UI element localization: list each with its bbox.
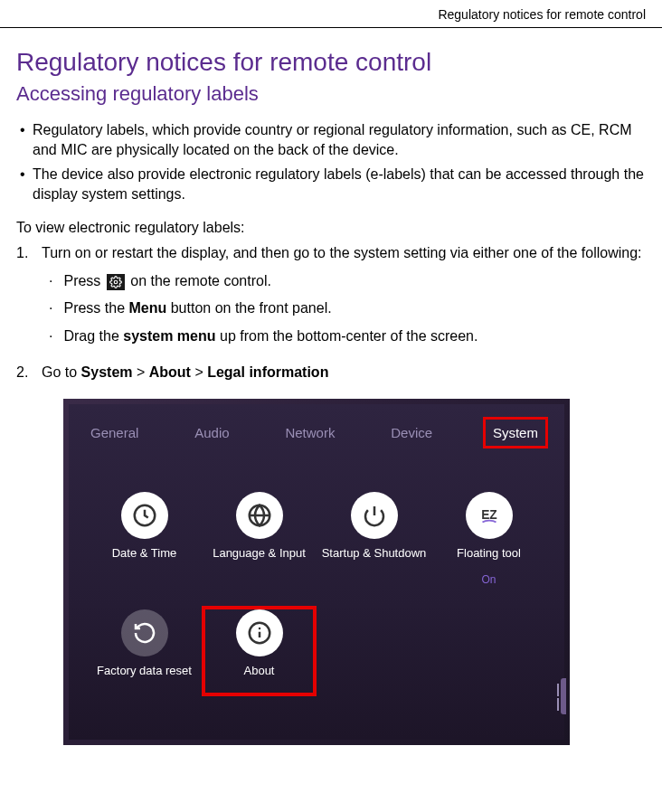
tile-label: Date & Time	[112, 546, 177, 571]
section-title: Accessing regulatory labels	[16, 82, 646, 106]
page-body: Regulatory notices for remote control Ac…	[0, 28, 662, 772]
bullet-item: • Regulatory labels, which provide count…	[20, 120, 646, 159]
running-header: Regulatory notices for remote control	[0, 0, 662, 27]
sub-marker: ·	[49, 326, 60, 346]
tile-sublabel: On	[481, 573, 496, 586]
ez-icon: EZ	[466, 492, 513, 539]
svg-point-0	[114, 280, 118, 284]
tile-factory-reset[interactable]: Factory data reset	[87, 606, 202, 696]
tab-system[interactable]: System	[483, 417, 548, 448]
tile-floating-tool[interactable]: EZ Floating tool On	[431, 488, 546, 593]
reset-icon	[121, 609, 168, 656]
settings-grid: Date & Time Language & Input Startup & S…	[69, 461, 564, 740]
side-handle-icon	[561, 678, 566, 714]
nav-sep: >	[133, 364, 149, 380]
svg-text:EZ: EZ	[481, 508, 497, 522]
tab-audio[interactable]: Audio	[189, 421, 234, 444]
step-1: 1. Turn on or restart the display, and t…	[16, 243, 646, 354]
substep-list: · Press on the remote control. · Press t…	[42, 271, 641, 346]
nav-path-part: About	[149, 364, 191, 380]
step-number: 2.	[16, 363, 42, 382]
sub-text-post: button on the front panel.	[166, 300, 331, 316]
tile-label: Language & Input	[213, 546, 306, 571]
step-body: Go to System > About > Legal information	[42, 363, 328, 382]
step-body: Turn on or restart the display, and then…	[42, 243, 641, 354]
step-2: 2. Go to System > About > Legal informat…	[16, 363, 646, 382]
tile-label: Floating tool	[457, 546, 521, 571]
device-screenshot: General Audio Network Device System Date…	[63, 399, 570, 745]
power-icon	[351, 492, 398, 539]
tile-label: Startup & Shutdown	[322, 546, 427, 571]
step-text: Turn on or restart the display, and then…	[42, 245, 641, 260]
nav-path-part: Legal information	[207, 364, 328, 380]
sub-text-pre: Drag the	[63, 328, 123, 344]
sub-text-pre: Press	[63, 273, 104, 288]
tile-language-input[interactable]: Language & Input	[202, 488, 317, 593]
bullet-text: Regulatory labels, which provide country…	[33, 120, 646, 159]
nav-path-part: System	[81, 364, 133, 380]
tile-about[interactable]: About	[202, 606, 317, 696]
tab-general[interactable]: General	[85, 421, 144, 444]
tile-date-time[interactable]: Date & Time	[87, 488, 202, 593]
step-number: 1.	[16, 243, 42, 354]
bullet-marker: •	[20, 165, 33, 203]
screenshot-figure: General Audio Network Device System Date…	[16, 392, 646, 745]
tile-label: About	[244, 664, 275, 689]
sub-text-post: up from the bottom-center of the screen.	[216, 328, 478, 344]
sub-marker: ·	[49, 271, 60, 291]
clock-icon	[121, 492, 168, 539]
bullet-item: • The device also provide electronic reg…	[20, 165, 646, 203]
substep: · Drag the system menu up from the botto…	[49, 326, 641, 346]
step-pre: Go to	[42, 364, 81, 380]
info-icon	[236, 609, 283, 656]
bullet-text: The device also provide electronic regul…	[33, 165, 646, 203]
nav-sep: >	[191, 364, 207, 380]
system-menu-bold: system menu	[123, 328, 215, 344]
tile-label: Factory data reset	[97, 664, 192, 689]
tab-network[interactable]: Network	[279, 421, 340, 444]
ordered-steps: 1. Turn on or restart the display, and t…	[16, 243, 646, 382]
bullet-marker: •	[20, 120, 33, 159]
intro-text: To view electronic regulatory labels:	[16, 220, 646, 236]
menu-bold: Menu	[128, 300, 166, 316]
page-title: Regulatory notices for remote control	[16, 48, 646, 77]
substep: · Press on the remote control.	[49, 271, 641, 291]
sub-text-pre: Press the	[63, 300, 128, 316]
screenshot-inner: General Audio Network Device System Date…	[69, 404, 564, 740]
tab-device[interactable]: Device	[385, 421, 438, 444]
substep: · Press the Menu button on the front pan…	[49, 298, 641, 318]
gear-icon	[107, 274, 125, 290]
bullet-list: • Regulatory labels, which provide count…	[16, 120, 646, 203]
tile-startup-shutdown[interactable]: Startup & Shutdown	[317, 488, 431, 593]
sub-text-post: on the remote control.	[127, 273, 271, 288]
sub-marker: ·	[49, 298, 60, 318]
svg-point-5	[258, 628, 260, 630]
settings-tabs: General Audio Network Device System	[69, 404, 564, 461]
globe-icon	[236, 492, 283, 539]
